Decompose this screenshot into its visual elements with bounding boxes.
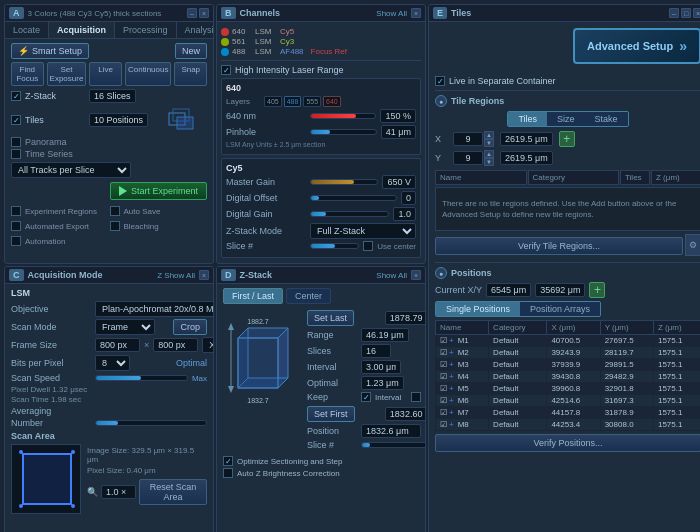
- reset-scan-area-button[interactable]: Reset Scan Area: [139, 479, 207, 505]
- tab-acquisition[interactable]: Acquisition: [49, 22, 115, 38]
- tab-size[interactable]: Size: [547, 112, 585, 126]
- time-series-check[interactable]: [11, 149, 21, 159]
- frame-width-input[interactable]: [95, 338, 140, 352]
- tab-locate[interactable]: Locate: [5, 22, 49, 38]
- x-plus-button[interactable]: +: [559, 131, 575, 147]
- avg-slider[interactable]: [95, 420, 207, 426]
- x-spin[interactable]: ▲ ▼: [453, 131, 494, 147]
- optimize-sectioning-check[interactable]: [223, 456, 233, 466]
- panel-e-max[interactable]: □: [681, 8, 691, 18]
- use-center-check[interactable]: [363, 241, 373, 251]
- objective-select[interactable]: Plan-Apochromat 20x/0.8 M27: [95, 301, 214, 317]
- master-gain-slider[interactable]: [310, 179, 378, 185]
- tab-first-last[interactable]: First / Last: [223, 288, 283, 304]
- table-row[interactable]: ☑+M2 Default 39243.9 28119.7 1575.1: [436, 347, 701, 359]
- tab-processing[interactable]: Processing: [115, 22, 177, 38]
- bleaching-check[interactable]: [110, 221, 120, 231]
- keep-interval-check[interactable]: [361, 392, 371, 402]
- snap-btn[interactable]: Snap: [174, 62, 207, 86]
- add-position-button[interactable]: +: [589, 282, 605, 298]
- zoom-input[interactable]: [101, 485, 136, 499]
- crop-button[interactable]: Crop: [173, 319, 207, 335]
- table-row[interactable]: ☑+M3 Default 37939.9 29891.5 1575.1: [436, 359, 701, 371]
- set-last-button[interactable]: Set Last: [307, 310, 354, 326]
- verify-positions-button[interactable]: Verify Positions...: [435, 434, 700, 452]
- positions-toggle[interactable]: ●: [435, 267, 447, 279]
- continuous-btn[interactable]: Continuous: [125, 62, 171, 86]
- table-row[interactable]: ☑+M8 Default 44253.4 30808.0 1575.1: [436, 419, 701, 431]
- tab-single-positions[interactable]: Single Positions: [436, 302, 520, 316]
- digital-gain-slider[interactable]: [310, 211, 389, 217]
- y-down[interactable]: ▼: [484, 158, 494, 166]
- panorama-check[interactable]: [11, 137, 21, 147]
- panel-d-close[interactable]: ×: [411, 270, 421, 280]
- advanced-setup-button[interactable]: Advanced Setup »: [573, 28, 700, 64]
- tab-analysis[interactable]: Analysis: [177, 22, 214, 38]
- tiles-check[interactable]: [11, 115, 21, 125]
- slice-slider[interactable]: [310, 243, 359, 249]
- auto-save-check[interactable]: [110, 206, 120, 216]
- tab-center[interactable]: Center: [286, 288, 331, 304]
- layer-640[interactable]: 640: [323, 96, 341, 107]
- y-spin[interactable]: ▲ ▼: [453, 150, 494, 166]
- digital-offset-slider[interactable]: [310, 195, 397, 201]
- scan-mode-select[interactable]: Frame: [95, 319, 155, 335]
- keep-slice-check[interactable]: [411, 392, 421, 402]
- layer-488[interactable]: 488: [284, 96, 302, 107]
- auto-export-check[interactable]: [11, 221, 21, 231]
- panel-a-close[interactable]: ×: [199, 8, 209, 18]
- slice-num-slider[interactable]: [361, 442, 426, 448]
- tab-stake[interactable]: Stake: [585, 112, 628, 126]
- verify-tile-regions-button[interactable]: Verify Tile Regions...: [435, 237, 683, 255]
- smart-setup-button[interactable]: ⚡ Smart Setup: [11, 43, 89, 59]
- find-focus-btn[interactable]: Find Focus: [11, 62, 44, 86]
- table-row[interactable]: ☑+M7 Default 44157.8 31878.9 1575.1: [436, 407, 701, 419]
- layer-555[interactable]: 555: [303, 96, 321, 107]
- y-input[interactable]: [453, 151, 483, 165]
- slices-input[interactable]: [361, 344, 391, 358]
- exp-regions-check[interactable]: [11, 206, 21, 216]
- panel-b-close[interactable]: ×: [411, 8, 421, 18]
- panel-c-close[interactable]: ×: [199, 270, 209, 280]
- automation-check[interactable]: [11, 236, 21, 246]
- position-input[interactable]: [361, 424, 421, 438]
- y-up[interactable]: ▲: [484, 150, 494, 158]
- panel-c-showall[interactable]: Z Show All: [157, 271, 195, 280]
- panel-e-close[interactable]: ×: [693, 8, 700, 18]
- x-down[interactable]: ▼: [484, 139, 494, 147]
- frame-height-input[interactable]: [153, 338, 198, 352]
- tab-tiles[interactable]: Tiles: [508, 112, 547, 126]
- x-up[interactable]: ▲: [484, 131, 494, 139]
- z-stack-check[interactable]: [11, 91, 21, 101]
- live-container-check[interactable]: [435, 76, 445, 86]
- pinhole-slider[interactable]: [310, 129, 377, 135]
- tile-settings-btn[interactable]: ⚙: [685, 234, 700, 256]
- interval-input[interactable]: [361, 360, 401, 374]
- nm640-slider[interactable]: [310, 113, 376, 119]
- set-first-button[interactable]: Set First: [307, 406, 355, 422]
- high-intensity-check[interactable]: [221, 65, 231, 75]
- zstack-mode-select[interactable]: Full Z-Stack: [310, 223, 416, 239]
- panel-a-min[interactable]: –: [187, 8, 197, 18]
- panel-e-min[interactable]: –: [669, 8, 679, 18]
- table-row[interactable]: ☑+M6 Default 42514.6 31697.3 1575.1: [436, 395, 701, 407]
- new-button[interactable]: New: [175, 43, 207, 59]
- table-row[interactable]: ☑+M4 Default 39430.8 29482.9 1575.1: [436, 371, 701, 383]
- set-exposure-btn[interactable]: Set Exposure: [47, 62, 87, 86]
- live-btn[interactable]: Live: [89, 62, 122, 86]
- start-experiment-button[interactable]: Start Experiment: [110, 182, 207, 200]
- bits-select[interactable]: 8: [95, 355, 130, 371]
- layer-405[interactable]: 405: [264, 96, 282, 107]
- tile-regions-toggle[interactable]: ●: [435, 95, 447, 107]
- table-row[interactable]: ☑+M5 Default 39960.8 32901.8 1575.1: [436, 383, 701, 395]
- panel-d-showall[interactable]: Show All: [376, 271, 407, 280]
- tab-position-arrays[interactable]: Position Arrays: [520, 302, 600, 316]
- z-stack-label: Z-Stack: [25, 91, 85, 101]
- auto-z-brightness-check[interactable]: [223, 468, 233, 478]
- x-input[interactable]: [453, 132, 483, 146]
- show-all-link[interactable]: Show All: [376, 9, 407, 18]
- scan-speed-slider[interactable]: [95, 375, 188, 381]
- tracks-select[interactable]: All Tracks per Slice: [11, 162, 131, 178]
- table-row[interactable]: ☑+M1 Default 40700.5 27697.5 1575.1: [436, 335, 701, 347]
- scan-dir-select[interactable]: X ↔ Y ▼: [202, 337, 214, 353]
